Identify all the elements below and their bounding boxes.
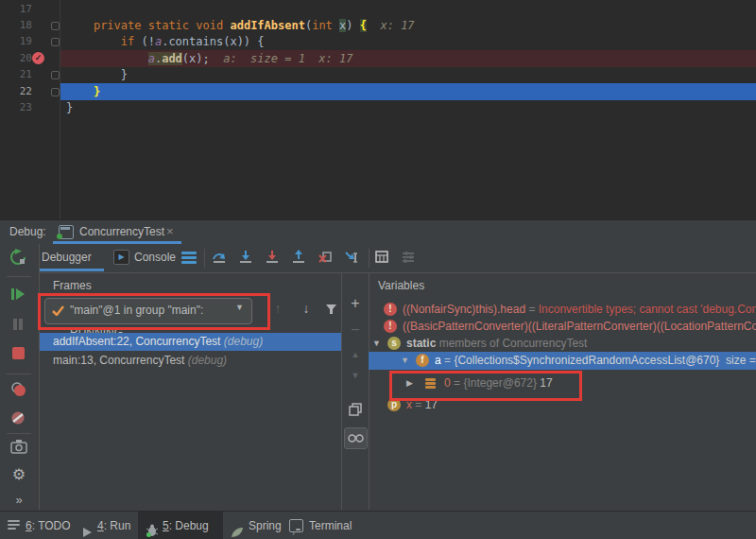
debug-side-toolbar: ⚙ »	[0, 244, 40, 510]
debug-session-icon	[59, 225, 74, 239]
strip-separator	[7, 433, 31, 434]
move-watch-up-icon[interactable]: ▲	[347, 346, 364, 364]
close-icon[interactable]: ×	[166, 224, 174, 238]
copy-watch-icon[interactable]	[349, 403, 362, 419]
code-line: if (!a.contains(x)) {	[66, 33, 265, 50]
ide-debug-window: 17 18 19 20 21 22 23 ✓ private static vo…	[0, 0, 756, 539]
move-watch-down-icon[interactable]: ▼	[347, 367, 364, 385]
line-number-current: 22	[0, 83, 32, 100]
static-icon: s	[387, 337, 401, 350]
toolwindow-button-spring[interactable]: Spring	[231, 512, 282, 539]
mute-breakpoints-icon[interactable]	[10, 410, 26, 428]
spring-leaf-icon	[231, 520, 244, 539]
code-line: }	[66, 83, 100, 100]
code-line: a.add(x); a: size = 1 x: 17	[66, 50, 352, 67]
more-chevrons-icon[interactable]: »	[9, 493, 28, 507]
remove-watch-icon[interactable]: −	[347, 322, 364, 339]
frame-up-icon[interactable]: ↑	[270, 301, 285, 316]
toolwindow-button-run[interactable]: 4: Run	[81, 512, 130, 539]
chevron-down-icon: ▼	[235, 299, 244, 317]
rerun-icon[interactable]	[9, 249, 26, 269]
debug-bug-icon	[146, 519, 159, 539]
variables-row-primitive[interactable]: p x = 17	[369, 396, 756, 414]
run-to-cursor-icon[interactable]	[344, 250, 359, 268]
toolwindow-button-debug[interactable]: 5: Debug	[138, 512, 223, 539]
line-number: 21	[0, 66, 32, 83]
frame-row[interactable]: main:13, ConcurrencyTest (debug)	[40, 352, 341, 370]
debug-session-tab[interactable]: ConcurrencyTest	[79, 225, 164, 238]
line-number: 20	[0, 50, 32, 67]
line-number: 19	[0, 33, 32, 50]
thread-selector-combo[interactable]: "main"@1 in group "main": RUNNING ▼	[44, 298, 252, 324]
console-icon: ▶	[113, 250, 129, 265]
settings-gear-icon[interactable]: ⚙	[9, 465, 28, 483]
toolwindow-button-todo[interactable]: 6: TODO	[8, 512, 71, 539]
add-watch-icon[interactable]: +	[347, 295, 364, 312]
run-icon	[81, 520, 93, 539]
variables-row-element[interactable]: ▶ 0 = {Integer@672} 17	[369, 374, 756, 392]
line-number: 23	[0, 99, 32, 116]
pause-icon[interactable]	[11, 318, 25, 334]
variables-row-selected[interactable]: ▼ f a = {Collections$SynchronizedRandomA…	[369, 352, 756, 370]
drop-frame-icon[interactable]	[318, 250, 333, 268]
settings-sliders-icon[interactable]	[401, 250, 416, 268]
todo-icon	[8, 520, 20, 531]
execution-line-highlight	[60, 83, 756, 100]
fold-marker-icon[interactable]	[51, 88, 60, 96]
layout-menu-icon[interactable]	[181, 252, 197, 265]
frame-row-selected[interactable]: addIfAbsent:22, ConcurrencyTest (debug)	[40, 333, 341, 351]
watch-row-error[interactable]: ! ((NonfairSync)this).head = Inconvertib…	[369, 301, 756, 319]
breakpoint-icon[interactable]: ✓	[32, 52, 44, 64]
tab-debugger[interactable]: Debugger	[42, 251, 92, 264]
filter-frames-icon[interactable]	[325, 304, 337, 318]
resume-icon[interactable]	[10, 287, 26, 304]
strip-separator	[7, 374, 31, 374]
toolwindow-title: Debug:	[9, 225, 46, 238]
primitive-icon: p	[387, 398, 401, 411]
code-line: }	[66, 99, 73, 116]
debug-toolbar: Debugger ▶ Console	[0, 244, 756, 273]
show-watches-toggle[interactable]	[344, 427, 368, 449]
statusbar: 6: TODO 4: Run 5: Debug Spring ›	[0, 511, 756, 539]
variables-panel-title: Variables	[378, 279, 424, 292]
step-over-icon[interactable]	[212, 250, 227, 268]
code-editor[interactable]: 17 18 19 20 21 22 23 ✓ private static vo…	[0, 0, 756, 219]
fold-marker-icon[interactable]	[51, 71, 60, 79]
view-breakpoints-icon[interactable]	[10, 382, 27, 400]
force-step-into-icon[interactable]	[265, 250, 280, 268]
terminal-icon: ›	[289, 519, 303, 532]
tab-console[interactable]: Console	[134, 251, 176, 264]
fold-marker-icon[interactable]	[51, 22, 60, 30]
frame-down-icon[interactable]: ↓	[299, 301, 314, 316]
debug-toolwindow-header: Debug: ConcurrencyTest ×	[0, 219, 756, 245]
line-number: 17	[0, 1, 32, 18]
frames-panel-title: Frames	[53, 279, 92, 292]
toolbar-separator	[204, 249, 205, 268]
running-dot-icon	[57, 234, 62, 239]
error-icon: !	[384, 303, 397, 316]
strip-separator	[7, 276, 31, 277]
watch-row-error[interactable]: ! ((BasicPatternConverter)((LiteralPatte…	[369, 318, 756, 336]
variables-row-static[interactable]: ▼ s static members of ConcurrencyTest	[369, 335, 756, 353]
field-icon: f	[416, 354, 429, 367]
debugger-tab-underline	[38, 269, 104, 271]
code-line: }	[66, 66, 128, 83]
variables-panel: Variables ! ((NonfairSync)this).head = I…	[369, 272, 756, 510]
stop-icon[interactable]	[12, 347, 25, 359]
step-out-icon[interactable]	[291, 250, 306, 268]
line-number: 18	[0, 17, 32, 34]
camera-icon[interactable]	[10, 439, 27, 457]
error-icon: !	[384, 320, 397, 333]
gutter-divider	[60, 0, 60, 219]
toolwindow-button-terminal[interactable]: › Terminal	[289, 512, 352, 539]
watches-toolbar: + − ▲ ▼	[341, 272, 369, 510]
expand-arrow-icon[interactable]: ▼	[401, 352, 409, 370]
fold-marker-icon[interactable]	[51, 38, 60, 46]
expand-arrow-icon[interactable]: ▼	[372, 335, 381, 353]
toolbar-separator	[369, 249, 369, 268]
collapse-arrow-icon[interactable]: ▶	[406, 374, 413, 392]
evaluate-table-icon[interactable]	[374, 250, 389, 268]
code-line: private static void addIfAbsent(int x) {…	[66, 17, 415, 34]
step-into-icon[interactable]	[238, 250, 253, 268]
